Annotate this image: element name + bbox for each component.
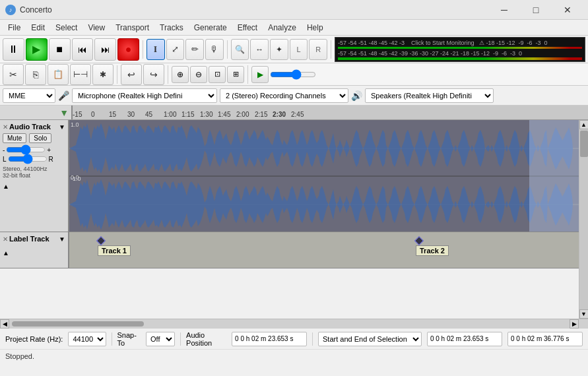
snap-to-label: Snap-To bbox=[117, 331, 141, 347]
menu-tracks[interactable]: Tracks bbox=[154, 20, 189, 35]
tracks-panel: ✕ Audio Track ▼ Mute Solo - + L bbox=[0, 120, 579, 319]
undo-button[interactable]: ↩ bbox=[121, 64, 142, 85]
scroll-up-arrow[interactable]: ▲ bbox=[579, 120, 589, 129]
multi-tool-button[interactable]: ✦ bbox=[270, 39, 288, 60]
hscroll-right[interactable]: ▶ bbox=[570, 319, 579, 329]
scroll-down-arrow[interactable]: ▼ bbox=[579, 309, 589, 319]
scale-bot-1: -1.0 bbox=[71, 175, 81, 182]
zoom-sel-button[interactable]: 🔍 bbox=[231, 39, 249, 60]
gain-slider[interactable] bbox=[6, 146, 46, 154]
waveform-container[interactable]: 1.0 0.0 -1.0 bbox=[69, 120, 579, 232]
track1-marker bbox=[98, 237, 104, 245]
menu-transport[interactable]: Transport bbox=[110, 20, 154, 35]
vu-bar-top bbox=[338, 47, 582, 49]
draw-tool-button[interactable]: ✏ bbox=[185, 39, 204, 60]
redo-button[interactable]: ↪ bbox=[143, 64, 164, 85]
menu-edit[interactable]: Edit bbox=[26, 20, 50, 35]
title-bar: ♪ Concerto ─ □ ✕ bbox=[0, 0, 588, 20]
zoom-sel-button2[interactable]: ⊡ bbox=[209, 66, 226, 83]
waveform-svg-top bbox=[69, 120, 579, 232]
menu-file[interactable]: File bbox=[3, 20, 26, 35]
divider1 bbox=[112, 332, 112, 346]
gain-l-button[interactable]: L bbox=[290, 39, 308, 60]
play-button[interactable]: ▶ bbox=[26, 38, 48, 61]
project-rate-label: Project Rate (Hz): bbox=[5, 335, 63, 343]
channels-select[interactable]: 2 (Stereo) Recording Channels bbox=[220, 88, 348, 103]
sel-end-field[interactable]: 0 0 h 02 m 36.776 s bbox=[507, 332, 583, 346]
audio-track-expand[interactable]: ▲ bbox=[3, 183, 9, 190]
zoom-fit-button[interactable]: ⊞ bbox=[227, 66, 244, 83]
snap-to-select[interactable]: Off bbox=[146, 332, 175, 346]
scroll-thumb[interactable] bbox=[580, 131, 588, 157]
hscroll-thumb[interactable] bbox=[12, 321, 144, 327]
minimize-button[interactable]: ─ bbox=[489, 0, 519, 20]
timeline-ruler[interactable]: -15 0 15 30 45 1:00 1:15 1:30 1:45 2:00 … bbox=[73, 106, 588, 119]
label-track-dropdown[interactable]: ▼ bbox=[59, 235, 65, 243]
hscroll-left[interactable]: ◀ bbox=[0, 319, 9, 329]
tm-200: 2:00 bbox=[236, 111, 249, 118]
horizontal-scrollbar[interactable]: ◀ ▶ bbox=[0, 319, 588, 328]
silence-button[interactable]: ✱ bbox=[92, 64, 114, 85]
tm-145: 1:45 bbox=[218, 111, 230, 118]
copy-button[interactable]: ⎘ bbox=[25, 64, 46, 85]
zoom-out-button[interactable]: ⊖ bbox=[190, 66, 207, 83]
track2-marker bbox=[416, 237, 422, 245]
tm-115: 1:15 bbox=[181, 111, 194, 118]
control-row: Project Rate (Hz): 44100 Snap-To Off Aud… bbox=[0, 329, 588, 350]
record-button[interactable]: ● bbox=[117, 38, 139, 61]
audio-track-close[interactable]: ✕ bbox=[3, 123, 8, 131]
vertical-scrollbar[interactable]: ▲ ▼ bbox=[579, 120, 588, 319]
tm-neg15: -15 bbox=[73, 111, 82, 118]
maximize-button[interactable]: □ bbox=[521, 0, 551, 20]
mic-tool-button[interactable]: 🎙 bbox=[205, 39, 224, 60]
close-button[interactable]: ✕ bbox=[552, 0, 583, 20]
gain-r-button[interactable]: R bbox=[309, 39, 327, 60]
envelope-tool-button[interactable]: ⤢ bbox=[166, 39, 185, 60]
speed-slider[interactable] bbox=[270, 69, 316, 80]
audio-track-dropdown[interactable]: ▼ bbox=[59, 123, 65, 131]
menu-view[interactable]: View bbox=[82, 20, 110, 35]
audio-track-header: ✕ Audio Track ▼ Mute Solo - + L bbox=[0, 120, 69, 232]
sel-start-field[interactable]: 0 0 h 02 m 23.653 s bbox=[427, 332, 502, 346]
sep5 bbox=[168, 65, 168, 84]
solo-button[interactable]: Solo bbox=[29, 133, 51, 143]
select-tool-button[interactable]: 𝐈 bbox=[147, 39, 165, 60]
window-controls: ─ □ ✕ bbox=[489, 0, 583, 20]
vu-scale-top: -57 -54 -51 -48 -45 -42 -3 Click to Star… bbox=[338, 39, 582, 47]
toolbar-edit: ✂ ⎘ 📋 ⊢⊣ ✱ ↩ ↪ ⊕ ⊖ ⊡ ⊞ ▶ bbox=[0, 63, 588, 86]
sep6 bbox=[247, 65, 248, 84]
pan-slider[interactable] bbox=[8, 155, 48, 163]
bottom-controls: Project Rate (Hz): 44100 Snap-To Off Aud… bbox=[0, 328, 588, 365]
track1-label[interactable]: Track 1 bbox=[98, 245, 131, 256]
label-track-expand[interactable]: ▲ bbox=[3, 249, 9, 257]
skip-fwd-button[interactable]: ⏭ bbox=[94, 38, 116, 61]
vu-meter-area[interactable]: -57 -54 -51 -48 -45 -42 -3 Click to Star… bbox=[335, 37, 585, 62]
label-track-close[interactable]: ✕ bbox=[3, 235, 8, 243]
paste-button[interactable]: 📋 bbox=[48, 64, 69, 85]
menu-effect[interactable]: Effect bbox=[232, 20, 263, 35]
project-rate-select[interactable]: 44100 bbox=[68, 332, 106, 346]
play-at-speed-button[interactable]: ▶ bbox=[251, 66, 269, 83]
speaker-select[interactable]: Speakers (Realtek High Definiti bbox=[365, 88, 494, 103]
vu-bar-bottom bbox=[338, 57, 582, 60]
selection-mode-select[interactable]: Start and End of Selection bbox=[318, 332, 422, 346]
audio-pos-field[interactable]: 0 0 h 02 m 23.653 s bbox=[232, 332, 307, 346]
skip-back-button[interactable]: ⏮ bbox=[72, 38, 94, 61]
cut-button[interactable]: ✂ bbox=[3, 64, 24, 85]
stop-button[interactable]: ■ bbox=[49, 38, 71, 61]
pause-button[interactable]: ⏸ bbox=[3, 38, 24, 61]
menu-analyze[interactable]: Analyze bbox=[263, 20, 302, 35]
tm-30: 30 bbox=[127, 111, 135, 118]
label-track-content[interactable]: Track 1 Track 2 bbox=[69, 232, 579, 268]
mute-button[interactable]: Mute bbox=[3, 133, 26, 143]
track2-label[interactable]: Track 2 bbox=[416, 245, 449, 256]
trim-button[interactable]: ⊢⊣ bbox=[70, 64, 91, 85]
menu-help[interactable]: Help bbox=[302, 20, 329, 35]
zoom-in-button[interactable]: ⊕ bbox=[172, 66, 189, 83]
microphone-select[interactable]: Microphone (Realtek High Defini bbox=[72, 88, 217, 103]
time-shift-button[interactable]: ↔ bbox=[250, 39, 269, 60]
menu-select[interactable]: Select bbox=[50, 20, 82, 35]
menu-generate[interactable]: Generate bbox=[189, 20, 232, 35]
sep4 bbox=[117, 65, 117, 84]
driver-select[interactable]: MME bbox=[3, 88, 55, 103]
